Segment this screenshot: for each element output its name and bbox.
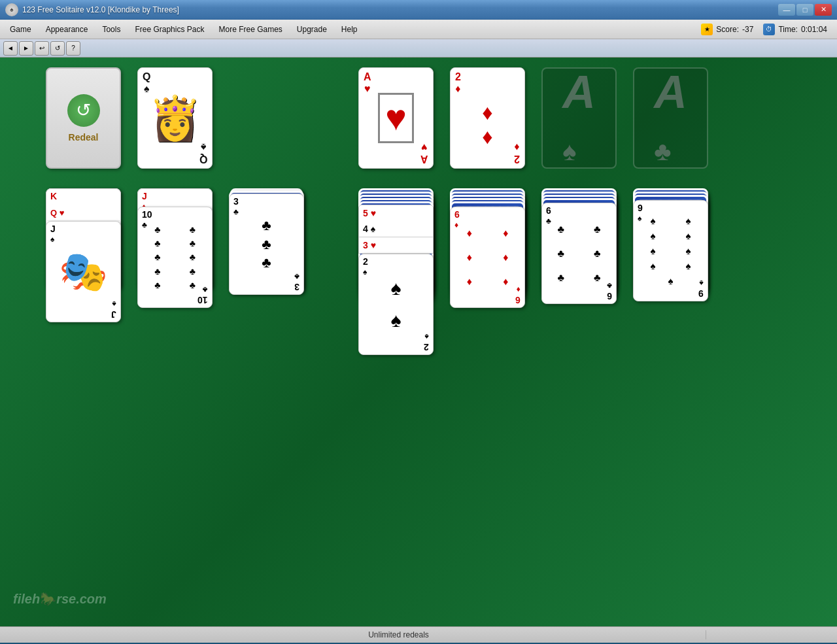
tableau-pile-4: 5 ♥ 4 ♠ 3 ♥ 2♠ ♠ ♠ 2♠ bbox=[358, 188, 434, 443]
toolbar-help[interactable]: ? bbox=[66, 41, 80, 56]
status-redeals: Unlimited redeals bbox=[92, 630, 706, 639]
tableau-pile-6: 6♣ ♣♣ ♣♣ ♣♣ 6♣ bbox=[541, 188, 617, 398]
score-icon: ★ bbox=[701, 24, 713, 35]
time-icon: ⏱ bbox=[763, 24, 775, 35]
status-bar: Unlimited redeals bbox=[0, 626, 837, 643]
redeal-icon bbox=[67, 94, 100, 127]
title-controls: — □ ✕ bbox=[778, 4, 832, 16]
three-clubs-card[interactable]: 3♣ ♣ ♣ ♣ 3♣ bbox=[229, 194, 304, 295]
foundation-diamonds[interactable]: 2♦ ♦ ♦ 2♦ bbox=[450, 67, 525, 169]
six-diamonds-card[interactable]: 6♦ ♦♦ ♦♦ ♦♦ 6♦ bbox=[450, 207, 525, 308]
watermark-rest: rse.com bbox=[56, 592, 107, 606]
waste-card[interactable]: Q♠ 👸 Q♠ bbox=[137, 67, 213, 169]
menu-tools[interactable]: Tools bbox=[95, 22, 127, 37]
title-bar-left: ♠ 123 Free Solitaire v12.0 [Klondike by … bbox=[5, 3, 179, 16]
maximize-button[interactable]: □ bbox=[796, 4, 813, 16]
foundation-hearts[interactable]: A♥ ♥ A♥ bbox=[358, 67, 434, 169]
card-rank-br: Q♠ bbox=[199, 142, 207, 165]
toolbar-forward[interactable]: ► bbox=[19, 41, 33, 56]
title-bar: ♠ 123 Free Solitaire v12.0 [Klondike by … bbox=[0, 0, 837, 20]
foundation-empty-label2: A♣ bbox=[654, 66, 687, 171]
menu-upgrade[interactable]: Upgrade bbox=[290, 22, 333, 37]
watermark: fileh🐎rse.com bbox=[13, 591, 107, 607]
app-icon: ♠ bbox=[5, 3, 18, 16]
tableau-pile-3: 3♣ ♣ ♣ ♣ 3♣ bbox=[229, 188, 304, 332]
watermark-text: fileh bbox=[13, 592, 40, 606]
toolbar-undo[interactable]: ↩ bbox=[35, 41, 49, 56]
time-value: 0:01:04 bbox=[801, 25, 827, 34]
menu-more-games[interactable]: More Free Games bbox=[212, 22, 288, 37]
ten-clubs-card[interactable]: 10♣ ♣♣ ♣♣ ♣♣ ♣♣ ♣♣ 10♣ bbox=[137, 207, 213, 308]
menu-free-graphics[interactable]: Free Graphics Pack bbox=[128, 22, 211, 37]
foundation-empty-label: A♠ bbox=[562, 66, 596, 171]
game-area: Redeal Q♠ 👸 Q♠ A♥ ♥ A♥ 2♦ ♦ ♦ 2♦ A♠ A♣ bbox=[0, 58, 837, 626]
six-clubs-card[interactable]: 6♣ ♣♣ ♣♣ ♣♣ 6♣ bbox=[541, 203, 617, 304]
tableau-pile-2: J♦ 🎪 J♦ 10♣ ♣♣ ♣♣ ♣♣ ♣♣ ♣♣ 10♣ bbox=[137, 188, 213, 352]
tableau-pile-5: 6♦ ♦♦ ♦♦ ♦♦ 6♦ bbox=[450, 188, 525, 398]
card-rank-tl: 2♦ bbox=[455, 71, 461, 94]
toolbar: ◄ ► ↩ ↺ ? bbox=[0, 39, 837, 58]
menu-appearance[interactable]: Appearance bbox=[39, 22, 95, 37]
redeal-label: Redeal bbox=[69, 132, 99, 143]
toolbar-refresh[interactable]: ↺ bbox=[50, 41, 65, 56]
foundation-spades[interactable]: A♠ bbox=[541, 67, 617, 169]
card-rank-br: 2♦ bbox=[514, 142, 520, 165]
score-value: -37 bbox=[742, 25, 753, 34]
jack-card[interactable]: J♠ 🎭 J♠ bbox=[46, 221, 121, 322]
time-display: ⏱ Time: 0:01:04 bbox=[763, 24, 827, 35]
menu-right: ★ Score: -37 ⏱ Time: 0:01:04 bbox=[701, 24, 834, 35]
status-panels: Unlimited redeals bbox=[0, 630, 837, 639]
menu-game[interactable]: Game bbox=[3, 22, 38, 37]
window-title: 123 Free Solitaire v12.0 [Klondike by Th… bbox=[22, 5, 179, 14]
tableau-pile-7: 9♠ ♠♠ ♠♠ ♠♠ ♠♠ ♠ 9♠ bbox=[633, 188, 708, 391]
score-display: ★ Score: -37 bbox=[701, 24, 753, 35]
foundation-clubs[interactable]: A♣ bbox=[633, 67, 708, 169]
redeal-button[interactable]: Redeal bbox=[46, 67, 121, 169]
score-label: Score: bbox=[716, 25, 739, 34]
tableau-pile-1: K♦ 🤴 K♦ Q ♥ J ♠ J♠ 🎭 J♠ bbox=[46, 188, 121, 384]
menu-items: Game Appearance Tools Free Graphics Pack… bbox=[3, 22, 364, 37]
unlimited-redeals-text: Unlimited redeals bbox=[368, 630, 429, 639]
menu-bar: Game Appearance Tools Free Graphics Pack… bbox=[0, 20, 837, 39]
minimize-button[interactable]: — bbox=[778, 4, 795, 16]
time-label: Time: bbox=[778, 25, 798, 34]
nine-spades-card[interactable]: 9♠ ♠♠ ♠♠ ♠♠ ♠♠ ♠ 9♠ bbox=[633, 200, 708, 301]
close-button[interactable]: ✕ bbox=[815, 4, 832, 16]
watermark-o: 🐎 bbox=[40, 592, 56, 606]
card-rank-br: A♥ bbox=[420, 142, 428, 165]
two-spades-card[interactable]: 2♠ ♠ ♠ 2♠ bbox=[358, 254, 434, 355]
toolbar-back[interactable]: ◄ bbox=[3, 41, 18, 56]
menu-help[interactable]: Help bbox=[335, 22, 364, 37]
